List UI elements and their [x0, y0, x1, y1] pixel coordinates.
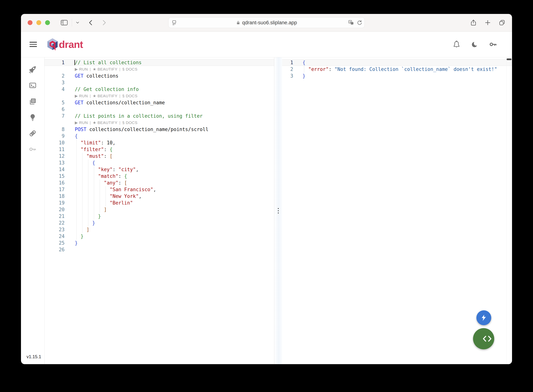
- request-editor[interactable]: 1// List all collections▶ RUN|★ BEAUTIFY…: [45, 57, 274, 364]
- sidebar-item-datasets[interactable]: [28, 129, 37, 138]
- code-line-content[interactable]: // List points in a collection, using fi…: [67, 113, 274, 119]
- code-line[interactable]: 24 }: [45, 233, 274, 240]
- code-line-content[interactable]: "any": [: [67, 179, 274, 186]
- address-bar[interactable]: qdrant-suo6.sliplane.app A *: [168, 17, 365, 28]
- minimize-window-button[interactable]: [36, 20, 41, 25]
- sidebar-item-welcome[interactable]: [28, 65, 37, 74]
- indent-guide: [76, 173, 77, 179]
- zoom-window-button[interactable]: [45, 20, 50, 25]
- reload-icon[interactable]: [357, 20, 362, 26]
- code-line-content[interactable]: }: [67, 213, 274, 219]
- dark-mode-toggle[interactable]: [470, 40, 479, 49]
- code-line[interactable]: 15 "match": {: [45, 173, 274, 179]
- code-line-content[interactable]: {: [296, 59, 512, 66]
- code-line-content[interactable]: "limit": 10,: [67, 139, 274, 146]
- code-line[interactable]: 6: [45, 106, 274, 113]
- tab-overview-button[interactable]: [499, 19, 505, 26]
- code-line[interactable]: 1// List all collections: [45, 59, 274, 66]
- code-line-content[interactable]: [67, 79, 274, 86]
- code-line-content[interactable]: [67, 106, 274, 113]
- code-line-content[interactable]: "must": [: [67, 153, 274, 159]
- code-line-content[interactable]: }: [67, 219, 274, 226]
- code-line[interactable]: 14 "key": "city",: [45, 166, 274, 173]
- line-number: 4: [45, 86, 67, 93]
- indent-guide: [76, 233, 77, 240]
- sidebar-item-console[interactable]: [28, 81, 37, 90]
- code-line[interactable]: 7// List points in a collection, using f…: [45, 113, 274, 119]
- code-line[interactable]: 25}: [45, 240, 274, 246]
- pane-resizer[interactable]: [274, 57, 282, 364]
- code-line[interactable]: 12 "must": [: [45, 153, 274, 159]
- code-line[interactable]: 20 ]: [45, 206, 274, 213]
- code-line[interactable]: 3: [45, 79, 274, 86]
- code-line[interactable]: 8POST collections/collection_name/points…: [45, 126, 274, 133]
- code-line-content[interactable]: "New York",: [67, 193, 274, 200]
- code-line-content[interactable]: ]: [67, 226, 274, 233]
- code-line-content[interactable]: // Get collection info: [67, 86, 274, 93]
- code-line-content[interactable]: // List all collections: [67, 59, 274, 66]
- back-button[interactable]: [88, 19, 93, 26]
- run-all-fab[interactable]: [476, 310, 491, 325]
- api-key-button[interactable]: [489, 40, 498, 49]
- beautify-button[interactable]: ★ BEAUTIFY: [93, 119, 117, 126]
- code-line-content[interactable]: }: [296, 73, 512, 79]
- code-line-content[interactable]: "match": {: [67, 173, 274, 179]
- sidebar-item-collections[interactable]: [28, 97, 37, 106]
- scrollbar-thumb[interactable]: [507, 58, 511, 60]
- code-line[interactable]: 13 {: [45, 159, 274, 166]
- code-line-content[interactable]: ]: [67, 206, 274, 213]
- sidebar-toggle-button[interactable]: [60, 19, 68, 26]
- run-button[interactable]: ▶ RUN: [75, 66, 88, 73]
- sidebar-item-access-tokens[interactable]: [28, 145, 37, 154]
- reader-icon[interactable]: [171, 20, 177, 27]
- code-line[interactable]: 26: [45, 246, 274, 253]
- share-button[interactable]: [470, 19, 477, 26]
- notifications-button[interactable]: [452, 40, 461, 49]
- code-line[interactable]: 9{: [45, 133, 274, 139]
- code-line-content[interactable]: GET collections/collection_name: [67, 99, 274, 106]
- code-line[interactable]: 21 }: [45, 213, 274, 219]
- code-line[interactable]: 4// Get collection info: [45, 86, 274, 93]
- code-line-content[interactable]: "error": "Not found: Collection `collect…: [296, 66, 512, 73]
- code-line[interactable]: 18 "New York",: [45, 193, 274, 200]
- code-line[interactable]: 22 }: [45, 219, 274, 226]
- code-line-content[interactable]: {: [67, 159, 274, 166]
- request-actions-row: ▶ RUN|★ BEAUTIFY|§ DOCS: [45, 66, 274, 73]
- code-line[interactable]: 23 ]: [45, 226, 274, 233]
- docs-button[interactable]: § DOCS: [122, 119, 138, 126]
- code-line-content[interactable]: "Berlin": [67, 200, 274, 206]
- beautify-button[interactable]: ★ BEAUTIFY: [93, 66, 117, 73]
- code-line-content[interactable]: "key": "city",: [67, 166, 274, 173]
- code-line[interactable]: 1{: [282, 59, 512, 66]
- code-line[interactable]: 19 "Berlin": [45, 200, 274, 206]
- code-line-content[interactable]: GET collections: [67, 73, 274, 79]
- code-line[interactable]: 16 "any": [: [45, 179, 274, 186]
- menu-button[interactable]: [29, 42, 37, 47]
- close-window-button[interactable]: [28, 20, 32, 25]
- code-line-content[interactable]: [67, 246, 274, 253]
- code-line[interactable]: 5GET collections/collection_name: [45, 99, 274, 106]
- docs-button[interactable]: § DOCS: [122, 93, 138, 99]
- code-line-content[interactable]: "San Francisco",: [67, 186, 274, 193]
- code-line[interactable]: 10 "limit": 10,: [45, 139, 274, 146]
- code-line-content[interactable]: }: [67, 240, 274, 246]
- run-button[interactable]: ▶ RUN: [75, 119, 88, 126]
- code-line[interactable]: 17 "San Francisco",: [45, 186, 274, 193]
- sidebar-item-tutorial[interactable]: [28, 113, 37, 121]
- docs-button[interactable]: § DOCS: [122, 66, 138, 73]
- new-tab-button[interactable]: [485, 19, 491, 26]
- code-samples-fab[interactable]: [473, 328, 494, 349]
- code-line-content[interactable]: "filter": {: [67, 146, 274, 153]
- sidebar-menu-button[interactable]: [76, 21, 79, 24]
- run-button[interactable]: ▶ RUN: [75, 93, 88, 99]
- code-line[interactable]: 2 "error": "Not found: Collection `colle…: [282, 66, 512, 73]
- code-line-content[interactable]: {: [67, 133, 274, 139]
- forward-button[interactable]: [102, 19, 107, 26]
- translate-icon[interactable]: A *: [348, 20, 354, 26]
- code-line-content[interactable]: }: [67, 233, 274, 240]
- code-line-content[interactable]: POST collections/collection_name/points/…: [67, 126, 274, 133]
- beautify-button[interactable]: ★ BEAUTIFY: [93, 93, 117, 99]
- code-line[interactable]: 3}: [282, 73, 512, 79]
- code-line[interactable]: 2GET collections: [45, 73, 274, 79]
- code-line[interactable]: 11 "filter": {: [45, 146, 274, 153]
